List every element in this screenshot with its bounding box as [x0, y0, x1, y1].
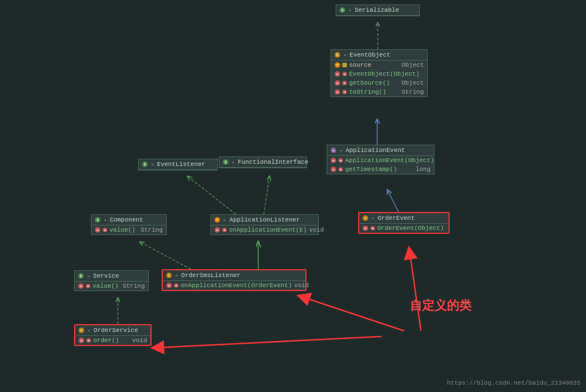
component-header: i « Component	[91, 215, 166, 225]
icon-eventlistener: i	[142, 162, 148, 167]
icon-component: i	[95, 217, 100, 223]
orderservice-box: C « OrderService m m order() void	[74, 324, 152, 346]
svg-line-11	[157, 336, 382, 348]
icon-appmethod1-small: m	[338, 158, 343, 163]
service-title: Service	[93, 273, 119, 279]
icon-method3-small: m	[342, 90, 347, 94]
serializable-title: Serializable	[355, 7, 399, 13]
row-component-value: m m value() String	[91, 225, 166, 234]
component-box: i « Component m m value() String	[91, 214, 167, 235]
service-box: i « Service m m value() String	[74, 270, 149, 291]
svg-line-10	[303, 297, 404, 331]
icon-appmethod2-small: m	[338, 167, 343, 172]
component-title: Component	[110, 216, 143, 223]
applicationevent-header: a « ApplicationEvent	[327, 145, 434, 156]
icon-method: m	[335, 71, 340, 77]
row-tostring: m m toString() String	[331, 87, 427, 96]
url-label: https://blog.csdn.net/baidu_21349635	[447, 380, 580, 386]
row-onappevent: m m onApplicationEvent(E) void	[211, 225, 318, 234]
icon-ordersms-method-small: m	[174, 283, 178, 288]
ordersmslistener-title: OrderSmsListener	[181, 272, 241, 279]
eventobject-title: EventObject	[350, 52, 391, 58]
serializable-header: i « Serializable	[336, 5, 419, 16]
row-getsource: m m getSource() Object	[331, 79, 427, 87]
icon-method-small: m	[342, 72, 347, 76]
svg-line-5	[264, 177, 269, 214]
icon-field: f	[335, 62, 340, 68]
eventlistener-title: EventListener	[157, 161, 205, 168]
row-ordereventconstructor: m m OrderEvent(Object)	[359, 224, 448, 233]
orderevent-box: C « OrderEvent m m OrderEvent(Object)	[358, 212, 450, 234]
orderevent-header: C « OrderEvent	[359, 213, 448, 224]
svg-line-3	[387, 190, 399, 212]
orderservice-header: C « OrderService	[75, 325, 150, 336]
functionalinterface-header: i « FunctionalInterface	[219, 157, 306, 168]
applicationlistener-title: ApplicationListener	[230, 216, 300, 223]
icon-comp-method: m	[95, 227, 100, 233]
icon-functional: i	[223, 159, 228, 165]
applicationevent-title: ApplicationEvent	[346, 147, 405, 154]
icon-orderevent-method: m	[363, 225, 368, 231]
eventobject-header: C « EventObject	[331, 50, 427, 61]
icon-orderservice-method: m	[79, 338, 84, 343]
icon-onappevent-method: m	[214, 227, 220, 233]
icon-orderservice-class: C	[79, 328, 84, 333]
ordersmslistener-box: C « OrderSmsListener m m onApplicationEv…	[162, 269, 306, 291]
functionalinterface-title: FunctionalInterface	[238, 159, 308, 165]
diagram-container: i « Serializable C « EventObject f sourc…	[0, 0, 586, 392]
icon-appmethod1: m	[331, 158, 336, 163]
eventlistener-box: i « EventListener	[138, 159, 218, 170]
icon-ordersms-class: C	[166, 273, 172, 278]
icon-service-method-small: m	[86, 284, 90, 288]
orderevent-title: OrderEvent	[378, 215, 415, 222]
applicationlistener-header: f « ApplicationListener	[211, 215, 318, 225]
icon-appmethod2: m	[331, 167, 336, 172]
icon-orderevent-method-small: m	[370, 226, 375, 230]
row-source: f source Object	[331, 61, 427, 70]
orderservice-title: OrderService	[94, 327, 138, 334]
icon-lock	[342, 63, 347, 67]
serializable-box: i « Serializable	[336, 4, 420, 16]
icon-ordersms-method: m	[166, 283, 172, 288]
icon-abstract: a	[331, 147, 336, 153]
eventobject-box: C « EventObject f source Object m m Even…	[331, 49, 428, 97]
service-header: i « Service	[75, 271, 148, 282]
row-orderservice-method: m m order() void	[75, 336, 150, 345]
svg-line-7	[140, 242, 191, 269]
icon-service-method: m	[78, 283, 84, 289]
row-gettimestamp: m m getTimestamp() long	[327, 165, 434, 174]
applicationlistener-box: f « ApplicationListener m m onApplicatio…	[210, 214, 319, 235]
icon-comp-method-small: m	[103, 228, 107, 232]
icon-method3: m	[335, 89, 340, 95]
ordersmslistener-header: C « OrderSmsListener	[163, 270, 305, 281]
applicationevent-box: a « ApplicationEvent m m ApplicationEven…	[327, 145, 434, 174]
icon-class: C	[335, 52, 340, 58]
icon-method2-small: m	[342, 81, 347, 85]
icon-service: i	[78, 273, 84, 279]
icon-method2: m	[335, 80, 340, 86]
annotation-custom-class: 自定义的类	[410, 297, 471, 314]
icon-onappevent-method-small: m	[222, 228, 227, 232]
row-appconstructor: m m ApplicationEvent(Object)	[327, 156, 434, 165]
icon-orderevent-class: C	[363, 215, 368, 221]
icon-interface: i	[340, 7, 345, 13]
icon-applistener: f	[214, 217, 220, 223]
icon-orderservice-method-small: m	[86, 338, 91, 343]
svg-line-4	[188, 177, 236, 214]
svg-line-9	[410, 252, 421, 331]
eventlistener-header: i « EventListener	[139, 159, 217, 170]
functionalinterface-box: i « FunctionalInterface	[219, 156, 307, 168]
row-constructor: m m EventObject(Object)	[331, 70, 427, 79]
row-ordersms-method: m m onApplicationEvent(OrderEvent) void	[163, 281, 305, 290]
row-service-value: m m value() String	[75, 282, 148, 290]
